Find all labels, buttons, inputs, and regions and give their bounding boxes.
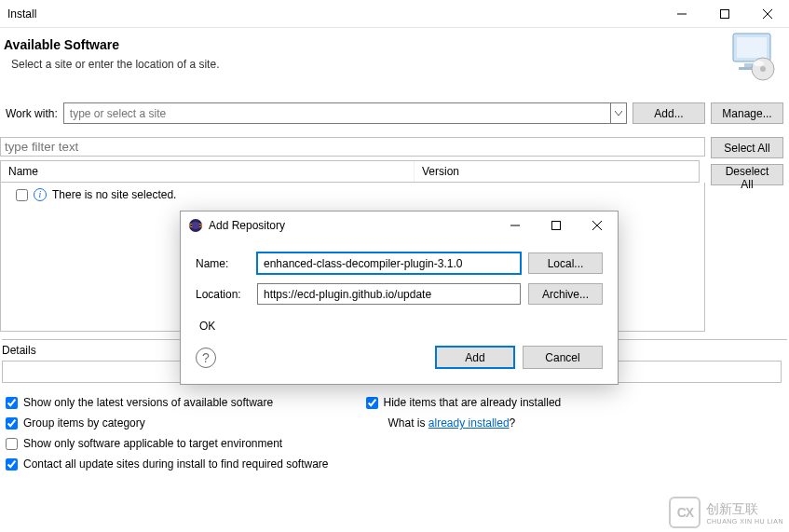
work-with-input[interactable]	[63, 102, 610, 124]
deselect-all-button[interactable]: Deselect All	[711, 164, 783, 185]
add-site-button[interactable]: Add...	[633, 102, 705, 124]
filter-input[interactable]	[0, 137, 705, 157]
table-header: Name Version	[0, 160, 700, 183]
location-label: Location:	[196, 288, 250, 301]
watermark-sub: CHUANG XIN HU LIAN	[706, 518, 783, 525]
close-button[interactable]	[746, 0, 789, 28]
svg-rect-15	[552, 222, 561, 230]
selection-buttons: Select All Deselect All	[711, 137, 783, 332]
watermark: CX 创新互联 CHUANG XIN HU LIAN	[669, 497, 783, 528]
local-button[interactable]: Local...	[528, 252, 603, 274]
work-with-label: Work with:	[6, 107, 58, 120]
opt-group[interactable]: Group items by category	[6, 416, 329, 430]
eclipse-icon	[188, 218, 203, 233]
install-banner-icon	[728, 30, 780, 82]
dialog-add-button[interactable]: Add	[435, 346, 515, 369]
name-input[interactable]	[257, 252, 521, 274]
list-empty-row: i There is no site selected.	[7, 186, 699, 203]
svg-rect-5	[737, 37, 767, 58]
archive-button[interactable]: Archive...	[528, 283, 603, 305]
opt-target-checkbox[interactable]	[6, 438, 18, 450]
window-controls	[660, 0, 789, 28]
options-area: Show only the latest versions of availab…	[0, 383, 789, 471]
location-input[interactable]	[257, 283, 521, 305]
opt-target[interactable]: Show only software applicable to target …	[6, 437, 329, 450]
opt-latest[interactable]: Show only the latest versions of availab…	[6, 396, 329, 409]
add-repository-dialog: Add Repository Name: Local... Location: …	[180, 211, 619, 385]
svg-point-10	[753, 61, 764, 66]
help-icon[interactable]: ?	[196, 348, 216, 368]
empty-message: There is no site selected.	[52, 188, 176, 201]
watermark-logo: CX	[669, 497, 701, 528]
select-all-button[interactable]: Select All	[711, 137, 783, 158]
dialog-close-button[interactable]	[577, 211, 618, 239]
dialog-minimize-button[interactable]	[495, 211, 536, 239]
location-row: Location: Archive...	[196, 283, 603, 305]
opt-contact-checkbox[interactable]	[6, 458, 18, 471]
page-title: Available Software	[4, 37, 778, 52]
opt-contact[interactable]: Contact all update sites during install …	[6, 457, 329, 471]
column-name[interactable]: Name	[1, 161, 415, 182]
work-with-row: Work with: Add... Manage...	[0, 102, 789, 124]
already-installed-text: What is already installed?	[366, 416, 562, 430]
info-icon: i	[34, 188, 47, 201]
name-row: Name: Local...	[196, 252, 603, 274]
column-version[interactable]: Version	[415, 161, 699, 182]
window-title: Install	[7, 7, 36, 20]
svg-rect-1	[721, 9, 729, 18]
chevron-down-icon[interactable]	[610, 102, 627, 124]
svg-point-9	[760, 66, 766, 72]
opt-hide[interactable]: Hide items that are already installed	[366, 396, 562, 409]
dialog-maximize-button[interactable]	[536, 211, 577, 239]
name-label: Name:	[196, 257, 250, 270]
dialog-titlebar: Add Repository	[181, 211, 618, 239]
dialog-title: Add Repository	[209, 219, 285, 232]
titlebar: Install	[0, 0, 789, 28]
already-installed-link[interactable]: already installed	[429, 416, 510, 430]
watermark-brand: 创新互联	[706, 501, 783, 518]
wizard-header: Available Software Select a site or ente…	[0, 28, 789, 76]
dialog-cancel-button[interactable]: Cancel	[523, 346, 603, 369]
opt-latest-checkbox[interactable]	[6, 397, 18, 409]
minimize-button[interactable]	[660, 0, 703, 28]
row-checkbox[interactable]	[16, 189, 28, 201]
opt-group-checkbox[interactable]	[6, 417, 18, 430]
dialog-status: OK	[196, 314, 603, 346]
opt-hide-checkbox[interactable]	[366, 397, 378, 409]
svg-point-13	[192, 222, 199, 229]
maximize-button[interactable]	[703, 0, 746, 28]
page-subtitle: Select a site or enter the location of a…	[11, 58, 778, 71]
work-with-combo[interactable]	[63, 102, 627, 124]
manage-sites-button[interactable]: Manage...	[711, 102, 783, 124]
